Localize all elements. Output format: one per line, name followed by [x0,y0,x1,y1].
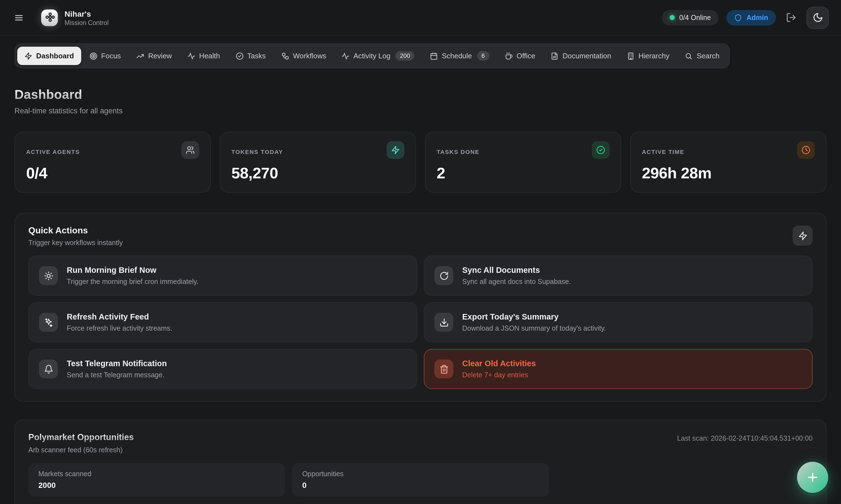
opportunities-label: Opportunities [302,470,539,478]
polymarket-section: Polymarket Opportunities Arb scanner fee… [15,419,826,504]
trending-up-icon [137,52,144,60]
stats-row: ACTIVE AGENTS 0/4 TOKENS TODAY 58,270 [15,132,826,193]
stat-card-active-time: ACTIVE TIME 296h 28m [630,132,826,193]
action-title: Test Telegram Notification [67,359,167,368]
markets-scanned-label: Markets scanned [38,470,275,478]
clock-icon [797,141,815,159]
stat-card-tokens-today: TOKENS TODAY 58,270 [220,132,416,193]
tab-label: Dashboard [36,52,74,60]
building-icon [627,52,635,60]
admin-badge[interactable]: Admin [726,10,776,25]
sun-icon [39,266,58,285]
sync-all-documents-button[interactable]: Sync All Documents Sync all agent docs i… [424,256,813,295]
calendar-icon [430,52,438,60]
primary-nav: Dashboard Focus Review Health Tasks Work… [15,43,730,68]
brand-name: Nihar's [65,9,109,18]
schedule-count-badge: 6 [477,51,489,60]
tab-health[interactable]: Health [180,47,227,65]
tab-label: Office [516,52,535,60]
tab-hierarchy[interactable]: Hierarchy [620,47,676,65]
opportunities-box: Opportunities 0 [292,463,549,497]
stat-value: 0/4 [26,164,199,182]
admin-label: Admin [746,14,768,21]
stat-label: ACTIVE TIME [642,148,684,155]
clear-old-activities-button[interactable]: Clear Old Activities Delete 7+ day entri… [424,349,813,389]
zap-icon [24,52,32,60]
shield-icon [734,14,742,21]
tab-label: Activity Log [354,52,391,60]
tab-review[interactable]: Review [129,47,179,65]
stat-value: 58,270 [231,164,405,182]
tab-label: Tasks [247,52,265,60]
file-text-icon [551,52,559,60]
app-header: ⌘ Nihar's Mission Control 0/4 Online Adm… [0,0,841,36]
quick-actions-section: Quick Actions Trigger key workflows inst… [15,213,826,402]
refresh-activity-feed-button[interactable]: Refresh Activity Feed Force refresh live… [28,302,417,342]
plus-icon [806,471,819,484]
action-title: Run Morning Brief Now [67,266,199,274]
activity-log-count-badge: 200 [395,51,415,60]
moon-icon [812,12,823,23]
tab-activity-log[interactable]: Activity Log 200 [334,46,422,66]
main-content: Dashboard Real-time statistics for all a… [0,87,841,504]
run-morning-brief-button[interactable]: Run Morning Brief Now Trigger the mornin… [28,256,417,295]
app-root: ⌘ Nihar's Mission Control 0/4 Online Adm… [0,0,841,504]
theme-toggle-button[interactable] [807,6,829,29]
action-title: Export Today's Summary [462,312,606,321]
markets-scanned-box: Markets scanned 2000 [28,463,285,497]
action-description: Send a test Telegram message. [67,371,167,379]
refresh-icon [434,266,453,285]
action-title: Refresh Activity Feed [67,312,172,321]
tab-dashboard[interactable]: Dashboard [17,47,81,65]
stat-value: 2 [436,164,610,182]
stat-value: 296h 28m [642,164,815,182]
target-icon [89,52,97,60]
tab-documentation[interactable]: Documentation [544,47,619,65]
stat-card-active-agents: ACTIVE AGENTS 0/4 [15,132,211,193]
check-circle-icon [592,141,610,159]
polymarket-title: Polymarket Opportunities [28,432,134,442]
action-title: Sync All Documents [462,266,571,274]
tab-focus[interactable]: Focus [82,47,128,65]
action-description: Trigger the morning brief cron immediate… [67,278,199,286]
tab-schedule[interactable]: Schedule 6 [423,46,497,66]
stat-card-tasks-done: TASKS DONE 2 [425,132,621,193]
tab-label: Search [697,52,719,60]
search-icon [685,52,693,60]
online-status-badge: 0/4 Online [662,10,719,25]
action-description: Delete 7+ day entries [462,371,536,379]
tab-label: Review [148,52,172,60]
add-button[interactable] [797,462,828,493]
menu-button[interactable] [12,11,25,24]
tab-label: Focus [101,52,121,60]
action-description: Force refresh live activity streams. [67,325,172,332]
brand: ⌘ Nihar's Mission Control [41,9,109,26]
hamburger-icon [15,13,23,22]
logout-button[interactable] [784,10,799,25]
action-title: Clear Old Activities [462,359,536,368]
tab-label: Workflows [293,52,326,60]
page-title: Dashboard [15,87,82,102]
tab-label: Documentation [563,52,611,60]
tab-tasks[interactable]: Tasks [228,47,273,65]
quick-actions-title: Quick Actions [28,226,123,236]
tab-search[interactable]: Search [678,47,727,65]
zap-icon [387,141,405,159]
polymarket-subtitle: Arb scanner feed (60s refresh) [28,446,134,454]
workflow-icon [281,52,289,60]
test-telegram-notification-button[interactable]: Test Telegram Notification Send a test T… [28,349,417,389]
coffee-icon [505,52,513,60]
tab-office[interactable]: Office [498,47,542,65]
export-todays-summary-button[interactable]: Export Today's Summary Download a JSON s… [424,302,813,342]
action-description: Download a JSON summary of today's activ… [462,325,606,332]
opportunities-value: 0 [302,481,539,489]
stat-label: ACTIVE AGENTS [26,148,80,155]
tab-workflows[interactable]: Workflows [274,47,333,65]
page-subtitle: Real-time statistics for all agents [15,107,826,115]
online-status-label: 0/4 Online [679,14,711,21]
logout-icon [786,12,796,23]
stat-label: TOKENS TODAY [231,148,283,155]
trash-icon [434,360,453,378]
tab-label: Hierarchy [638,52,669,60]
brand-subtitle: Mission Control [65,19,109,26]
